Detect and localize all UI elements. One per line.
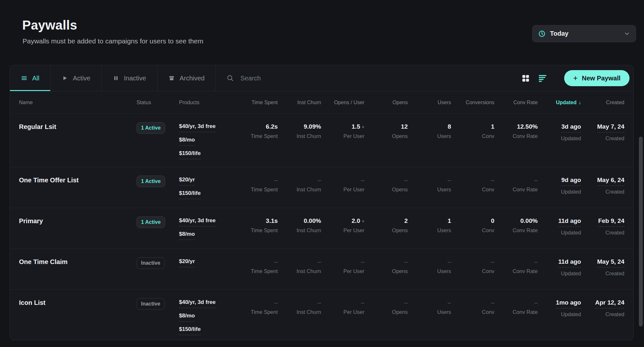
metric-label: Users — [437, 187, 451, 193]
opens-value: 12 — [401, 123, 408, 130]
tab-archived[interactable]: Archived — [157, 65, 216, 91]
metric-label: Users — [437, 268, 451, 274]
tab-bar: All Active Inactive Archi — [10, 65, 633, 91]
tab-label: Archived — [180, 75, 205, 82]
updated-cell: 11d agoUpdated — [538, 216, 581, 236]
updated-value: 1mo ago — [556, 299, 581, 306]
created-cell: May 7, 24Created — [581, 122, 624, 142]
product-price: $40/yr, 3d free — [179, 217, 215, 226]
column-header-conversions[interactable]: Conversions — [451, 100, 495, 105]
empty-value: – — [318, 299, 321, 306]
empty-value: – — [274, 177, 278, 183]
column-header-name[interactable]: Name — [19, 100, 137, 105]
pause-icon — [113, 75, 119, 81]
metric-label: Time Spent — [251, 187, 278, 193]
updated-cell: 11d agoUpdated — [538, 257, 581, 277]
table-row[interactable]: One Time Claim Inactive $20/yr –Time Spe… — [10, 249, 633, 290]
product-price: $150/life — [179, 150, 201, 159]
status-cell: Inactive — [137, 257, 179, 269]
product-price: $40/yr, 3d free — [179, 299, 215, 308]
paywall-name: Icon List — [19, 298, 45, 306]
status-badge: 1 Active — [137, 122, 165, 134]
tab-all[interactable]: All — [10, 65, 51, 91]
toolbar-right: + New Paywall — [522, 65, 633, 91]
metric-label: Created — [605, 311, 624, 317]
conv-rate-cell: 0.00%Conv Rate — [494, 216, 538, 233]
list-view-icon[interactable] — [538, 74, 547, 82]
metric-label: Inst Churn — [297, 227, 321, 233]
column-header-created[interactable]: Created — [581, 100, 624, 105]
product-price: $20/yr — [179, 177, 195, 186]
table-row[interactable]: Regular Lsit 1 Active $40/yr, 3d free$8/… — [10, 114, 633, 167]
empty-value: – — [448, 299, 451, 306]
metric-label: Per User — [344, 309, 365, 315]
column-header-time-spent[interactable]: Time Spent — [234, 100, 278, 105]
metric-label: Updated — [561, 135, 581, 142]
new-paywall-button[interactable]: + New Paywall — [564, 70, 630, 86]
multiplier-suffix: × — [362, 219, 364, 224]
product-price: $150/life — [179, 190, 201, 199]
updated-value: 11d ago — [558, 217, 581, 224]
empty-value: – — [534, 177, 538, 183]
tab-active[interactable]: Active — [51, 65, 101, 91]
column-header-status[interactable]: Status — [137, 100, 179, 105]
paywalls-panel: All Active Inactive Archi — [10, 65, 634, 340]
empty-value: – — [318, 258, 321, 265]
column-header-users[interactable]: Users — [408, 100, 451, 105]
product-price: $20/yr — [179, 258, 195, 267]
date-filter-dropdown[interactable]: Today — [532, 25, 636, 42]
metric-label: Conv — [482, 187, 495, 193]
paywall-name: One Time Claim — [19, 257, 68, 266]
column-header-opens[interactable]: Opens — [365, 100, 408, 105]
name-cell: Icon List — [19, 298, 137, 306]
table-row[interactable]: Primary 1 Active $40/yr, 3d free$8/mo 3.… — [10, 208, 633, 249]
opens-cell: 12Opens — [365, 122, 408, 139]
empty-value: – — [404, 258, 408, 265]
archive-icon — [168, 75, 175, 81]
date-filter-value: Today — [550, 30, 568, 37]
products-cell: $40/yr, 3d free$8/mo — [179, 216, 234, 240]
table-header-row: Name Status Products Time Spent Inst Chu… — [10, 91, 633, 114]
users-cell: 1Users — [408, 216, 451, 233]
table-row[interactable]: Icon List Inactive $40/yr, 3d free$8/mo$… — [10, 290, 633, 340]
search-input[interactable] — [240, 74, 510, 82]
inst-churn-value: 9.09% — [304, 123, 321, 130]
column-header-inst-churn[interactable]: Inst Churn — [278, 100, 321, 105]
opens-per-user-cell: 2.0×Per User — [321, 216, 365, 233]
status-cell: 1 Active — [137, 176, 179, 187]
column-header-updated[interactable]: Updated↓ — [538, 100, 581, 105]
chevron-down-icon — [624, 31, 630, 37]
empty-value: – — [318, 177, 321, 183]
time-spent-cell: –Time Spent — [234, 257, 278, 274]
products-cell: $20/yr — [179, 257, 234, 267]
time-spent-cell: –Time Spent — [234, 298, 278, 315]
empty-value: – — [448, 258, 451, 265]
opens-cell: 2Opens — [365, 216, 408, 233]
metric-label: Conv Rate — [513, 187, 538, 193]
users-cell: 8Users — [408, 122, 451, 139]
column-header-products[interactable]: Products — [179, 100, 234, 105]
product-price: $8/mo — [179, 313, 195, 322]
metric-label: Opens — [392, 268, 408, 274]
scrollbar-thumb[interactable] — [639, 137, 643, 326]
conv-rate-cell: –Conv Rate — [494, 176, 538, 193]
inst-churn-cell: –Inst Churn — [278, 257, 321, 274]
tab-inactive[interactable]: Inactive — [102, 65, 157, 91]
users-cell: –Users — [408, 298, 451, 315]
status-badge: 1 Active — [137, 176, 165, 187]
status-badge: 1 Active — [137, 216, 165, 228]
grid-view-icon[interactable] — [522, 74, 530, 82]
metric-label: Created — [605, 230, 624, 236]
page-subtitle: Paywalls must be added to campaigns for … — [23, 37, 203, 45]
conversions-cell: –Conv — [451, 257, 495, 274]
status-cell: 1 Active — [137, 216, 179, 228]
product-price: $40/yr, 3d free — [179, 123, 215, 132]
column-header-opens-user[interactable]: Opens / User — [321, 100, 365, 105]
users-value: 1 — [448, 217, 451, 224]
table-row[interactable]: One Time Offer List 1 Active $20/yr$150/… — [10, 167, 633, 208]
column-header-conv-rate[interactable]: Conv Rate — [494, 100, 538, 105]
metric-label: Opens — [392, 133, 408, 139]
metric-label: Users — [437, 227, 451, 233]
opens-cell: –Opens — [365, 176, 408, 193]
updated-cell: 1mo agoUpdated — [538, 298, 581, 317]
